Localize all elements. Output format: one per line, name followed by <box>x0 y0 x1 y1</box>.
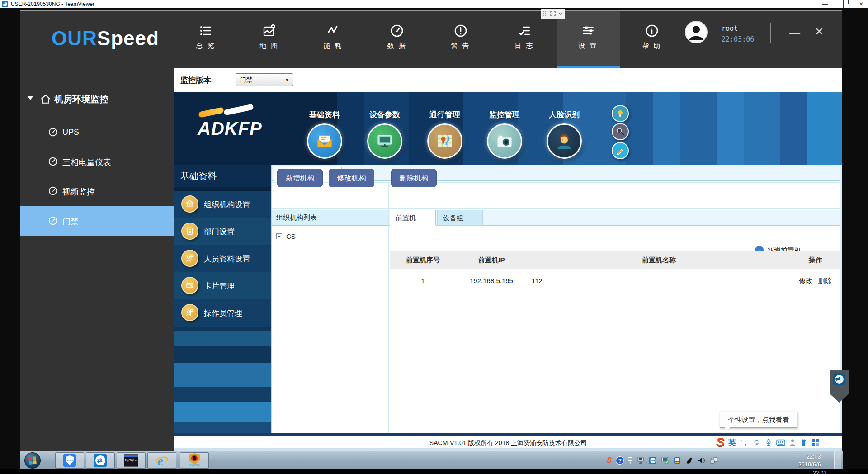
local-minimize-button[interactable]: — <box>822 1 828 7</box>
sidebar-item-ups[interactable]: UPS <box>20 121 174 144</box>
adkfp-logo: ADKFP <box>198 109 288 149</box>
sidebar-root-machine-room[interactable]: 机房环境监控 <box>20 90 174 109</box>
gauge-circle-icon <box>48 127 58 137</box>
program-tray-icon[interactable] <box>673 456 681 465</box>
org-list-header: 组织机构列表 <box>272 210 388 226</box>
version-bar: 监控版本 门禁 ▼ <box>174 68 842 92</box>
row-edit-link[interactable]: 修改 <box>799 277 812 284</box>
sogou-input-bar: S 英 ’， ☺ <box>716 435 819 450</box>
screen: USER-20190530NG - TeamViewer — ✕ OURSpee… <box>0 0 868 474</box>
sidebar-item-three-phase-meter[interactable]: 三相电量仪表 <box>20 151 174 173</box>
user-avatar[interactable] <box>685 21 708 43</box>
map-icon <box>262 24 277 38</box>
module-basic-data[interactable]: 基础资料 <box>297 109 353 159</box>
local-close-button[interactable]: ✕ <box>858 1 864 7</box>
start-button[interactable] <box>24 452 41 469</box>
delete-org-button[interactable]: 删除机构 <box>391 169 437 187</box>
sogou-tooltip[interactable]: 个性设置，点我看看 <box>720 412 797 428</box>
menu-item-label: 组织机构设置 <box>204 199 250 210</box>
speaker-tray-icon[interactable] <box>698 456 706 465</box>
internet-explorer-icon: e <box>155 454 169 467</box>
add-org-button[interactable]: 新增机构 <box>277 169 323 187</box>
menu-item-personnel-settings[interactable]: 人员资料设置 <box>174 249 271 269</box>
show-desktop-button[interactable] <box>834 451 841 469</box>
menu-item-department-settings[interactable]: 部门设置 <box>174 222 271 242</box>
nav-label: 地 图 <box>238 42 301 50</box>
emoji-icon[interactable]: ☺ <box>753 438 760 447</box>
module-label: 人脸识别 <box>536 109 592 120</box>
menu-item-organization-settings[interactable]: 组织机构设置 <box>174 194 271 214</box>
pointer-tray-icon[interactable] <box>685 456 693 465</box>
sogou-tray-icon[interactable]: S <box>607 456 612 465</box>
taskbar-app-internet-explorer[interactable]: e <box>147 452 176 469</box>
punctuation-toggle[interactable]: ’， <box>740 438 749 447</box>
teamviewer-tray-icon[interactable] <box>649 456 657 465</box>
microphone-icon[interactable] <box>765 438 772 446</box>
local-restore-button[interactable] <box>840 1 846 7</box>
menu-item-operator-management[interactable]: 操作员管理 <box>174 303 271 323</box>
language-toggle[interactable]: 英 <box>728 437 736 448</box>
pencil-icon[interactable] <box>612 142 629 159</box>
menu-item-card-management[interactable]: 卡片管理 <box>174 276 271 296</box>
search-icon[interactable] <box>612 123 629 140</box>
nav-overview[interactable]: 总 览 <box>174 11 237 68</box>
cell-name: 112 <box>527 272 791 289</box>
nav-energy[interactable]: 能 耗 <box>302 11 365 68</box>
tree-collapse-icon[interactable]: − <box>276 233 282 239</box>
teamviewer-toolbar-chip[interactable] <box>541 9 565 19</box>
nav-data[interactable]: 数 据 <box>365 11 429 68</box>
nav-settings[interactable]: 设 置 <box>557 11 620 68</box>
help-tray-icon[interactable]: ? <box>616 456 624 465</box>
sogou-logo-icon[interactable]: S <box>716 436 724 450</box>
taskbar-app-mysql[interactable]: MySQL>_ <box>117 452 146 469</box>
person-half-icon[interactable] <box>789 439 796 446</box>
nav-help[interactable]: 帮 助 <box>620 11 684 68</box>
taskbar-app-teamviewer[interactable] <box>86 452 115 469</box>
module-face-recognition[interactable]: 人脸识别 <box>536 109 592 159</box>
nav-label: 能 耗 <box>302 42 365 50</box>
dropdown-arrow-icon: ▼ <box>285 74 289 86</box>
nav-map[interactable]: 地 图 <box>238 11 301 68</box>
tray-customize-icon[interactable]: ▾ <box>628 457 632 464</box>
nav-alert[interactable]: 警 告 <box>429 11 492 68</box>
monitor-version-dropdown[interactable]: 门禁 ▼ <box>236 73 293 86</box>
card-icon <box>185 281 194 290</box>
update-ok-tray-icon[interactable] <box>661 456 669 465</box>
taskbar-app-sacm[interactable]: SACM <box>180 452 209 469</box>
skin-shirt-icon[interactable] <box>800 439 807 446</box>
edit-org-button[interactable]: 修改机构 <box>329 169 374 187</box>
bank-icon <box>185 199 194 209</box>
table-header-row: 前置机序号 前置机IP 前置机名称 操作 <box>390 251 840 269</box>
tree-node-label: CS <box>286 232 296 240</box>
sidebar-item-video-monitoring[interactable]: 视频监控 <box>20 180 174 203</box>
nav-log[interactable]: 日 志 <box>493 11 556 68</box>
sidebar-item-access-control[interactable]: 门禁 <box>20 206 174 236</box>
logo-swoosh-white <box>223 104 254 115</box>
app-minimize-button[interactable]: — <box>789 26 800 39</box>
device-tray-icon[interactable] <box>637 456 645 465</box>
menu-item-label: 人员资料设置 <box>204 254 250 264</box>
taskbar-app-monitoring[interactable]: MONITORING <box>55 452 84 469</box>
monitoring-shield-icon: MONITORING <box>63 454 76 467</box>
taskbar-clock[interactable]: 22:03 2019/6/6 <box>776 453 821 468</box>
module-access-management[interactable]: 通行管理 <box>417 109 473 159</box>
menu-item-label: 部门设置 <box>204 227 235 237</box>
cell-ip: 192.168.5.195 <box>456 272 527 289</box>
expand-icon <box>550 11 556 16</box>
mysql-console-icon: MySQL>_ <box>124 454 138 467</box>
toolbox-grid-icon[interactable] <box>811 439 819 446</box>
right-tabstrip: 前置机 设备组 <box>389 210 840 226</box>
keyboard-icon[interactable] <box>776 439 785 446</box>
teamviewer-app-icon <box>2 1 8 7</box>
tab-device-group[interactable]: 设备组 <box>437 210 483 226</box>
module-monitor-management[interactable]: 监控管理 <box>476 109 533 159</box>
module-device-params[interactable]: 设备参数 <box>357 109 413 159</box>
tab-front-machine[interactable]: 前置机 <box>390 210 436 226</box>
bulb-icon[interactable] <box>612 105 629 122</box>
home-icon <box>40 93 52 105</box>
col-header-seq: 前置机序号 <box>390 251 456 269</box>
session-time: 22:03:06 <box>722 35 754 43</box>
row-delete-link[interactable]: 删除 <box>818 277 832 284</box>
app-close-button[interactable]: ✕ <box>815 25 824 38</box>
network-tray-icon[interactable] <box>710 456 718 465</box>
